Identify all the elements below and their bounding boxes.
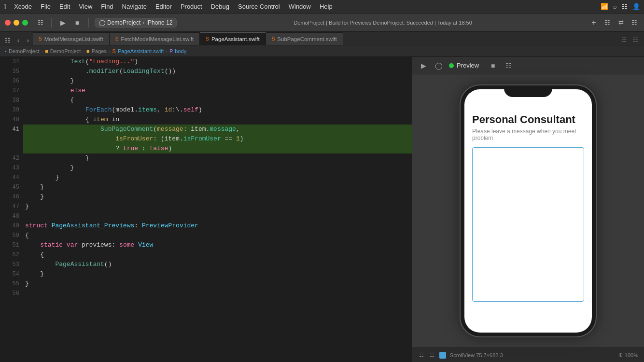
line-num-41b [4,134,19,144]
code-line-41b: isFromUser: (item.isFromUser == 1) [23,134,412,144]
menu-debug[interactable]: Debug [207,2,233,11]
code-line-34: Text("Loading...") [23,57,412,67]
stop-button[interactable]: ■ [72,17,83,28]
main-content: 34 35 36 37 38 39 40 41 42 43 44 45 46 4… [0,57,644,362]
menu-navigate[interactable]: Navigate [118,2,151,11]
menu-editor[interactable]: Editor [152,2,176,11]
swift-file-icon-3: S [206,36,209,42]
preview-pin-icon[interactable]: ☷ [503,60,514,71]
inspector-toggle-icon[interactable]: ☷ [630,18,639,28]
code-line-42: } [23,153,412,163]
tab-label-4: SubPageComment.swift [277,36,336,42]
code-editor[interactable]: 34 35 36 37 38 39 40 41 42 43 44 45 46 4… [0,57,412,362]
code-line-38: { [23,96,412,105]
close-button[interactable] [5,20,11,26]
menu-xcode[interactable]: Xcode [10,2,36,11]
apple-logo-icon:  [4,3,6,11]
code-line-54: } [23,269,412,279]
preview-inspect-icon[interactable]: ◯ [434,60,444,71]
breadcrumb-folder-icon: ▪ [5,48,7,54]
line-num-49: 49 [4,221,19,231]
split-view-icon[interactable]: ⇄ [616,18,626,28]
zoom-in-icon[interactable]: ⊕ [618,352,623,358]
code-line-51: static var previews: some View [23,240,412,250]
iphone-screen: Personal Consultant Please leave a messa… [464,89,592,333]
tab-model-message-list[interactable]: S ModelMessageList.swift [33,32,110,45]
menu-help[interactable]: Help [316,2,336,11]
iphone-mockup: Personal Consultant Please leave a messa… [461,85,596,336]
code-line-44: } [23,173,412,182]
preview-footer: ☷ ☷ ScrollView 75.7×682.3 ⊕ 100% [412,348,644,362]
breadcrumb-symbol[interactable]: body [175,48,186,54]
code-line-43: } [23,163,412,173]
code-line-50: { [23,231,412,240]
footer-sliders-icon[interactable]: ☷ [429,352,435,359]
tab-page-assistant[interactable]: S PageAssistant.swift [200,32,266,45]
breadcrumb-pages[interactable]: Pages [92,48,107,54]
menu-window[interactable]: Window [285,2,315,11]
line-num-35: 35 [4,67,19,76]
breadcrumb-demoproject-root[interactable]: DemoProject [9,48,40,54]
canvas-icon[interactable]: ☷ [630,35,640,45]
code-line-55: } [23,279,412,289]
menu-source-control[interactable]: Source Control [234,2,284,11]
code-line-47: } [23,202,412,211]
grid-icon[interactable]: ☷ [3,35,13,45]
scheme-name: DemoProject [107,19,140,26]
code-line-36: } [23,76,412,86]
breadcrumb-demoproject[interactable]: DemoProject [50,48,81,54]
forward-nav-icon[interactable]: › [23,35,33,45]
menu-edit[interactable]: Edit [56,2,74,11]
line-num-41: 41 [4,125,19,134]
line-num-47: 47 [4,202,19,211]
menu-find[interactable]: Find [97,2,117,11]
code-line-37: else [23,86,412,96]
code-line-40: { item in 3 [23,115,412,125]
line-num-41c [4,144,19,153]
breadcrumb-symbol-icon: P [169,48,173,54]
code-line-46: } [23,192,412,202]
breadcrumb-file-icon: S [112,48,116,54]
tab-sub-page-comment[interactable]: S SubPageComment.swift [266,32,343,45]
footer-scroll-label: ScrollView 75.7×682.3 [450,352,503,358]
tabs-bar: ☷ ‹ › S ModelMessageList.swift S FetchMo… [0,32,644,45]
footer-settings-icon[interactable]: ☷ [418,352,425,359]
sidebar-toggle-icon[interactable]: ☷ [36,18,45,28]
tab-label-3: PageAssistant.swift [211,36,260,42]
scheme-selector[interactable]: ◯ DemoProject › iPhone 12 [95,18,177,28]
minimize-button[interactable] [14,20,19,26]
control-center-icon[interactable]: ☷ [622,3,628,10]
line-num-53: 53 [4,260,19,269]
back-nav-icon[interactable]: ‹ [14,35,23,45]
app-subtitle: Please leave a message when you meet pro… [472,128,584,141]
code-line-35: .modifier(LoadingText()) [23,67,412,76]
wifi-icon: 📶 [601,3,608,10]
line-num-50: 50 [4,231,19,240]
breadcrumb-sep-2: › [83,48,84,54]
breadcrumb-file[interactable]: PageAssistant.swift [118,48,164,54]
line-num-42: 42 [4,153,19,163]
menu-file[interactable]: File [37,2,55,11]
breadcrumb-folder-icon-2: ■ [45,48,48,54]
add-tab-icon[interactable]: + [589,18,599,28]
line-num-51: 51 [4,240,19,250]
menu-bar:  Xcode File Edit View Find Navigate Edi… [0,0,644,14]
toolbar: ☷ ▶ ■ ◯ DemoProject › iPhone 12 DemoProj… [0,14,644,32]
maximize-button[interactable] [22,20,28,26]
menu-product[interactable]: Product [177,2,206,11]
preview-play-icon[interactable]: ▶ [418,60,429,71]
preview-device-icon[interactable]: ■ [488,60,498,71]
code-line-52: { [23,250,412,260]
run-button[interactable]: ▶ [57,17,68,28]
menu-view[interactable]: View [75,2,96,11]
user-icon: 👤 [632,3,640,10]
search-menu-icon[interactable]: ⌕ [613,3,617,10]
layout-icon[interactable]: ☷ [602,18,612,28]
build-status: DemoProject | Build for Previews DemoPro… [181,20,585,26]
editor-options-icon[interactable]: ☷ [619,35,629,45]
line-num-40: 40 [4,115,19,125]
toolbar-separator-2 [88,18,89,28]
tab-fetch-model[interactable]: S FetchModelMessageList.swift [110,32,200,45]
line-num-56: 56 [4,289,19,298]
preview-label: Preview [449,62,479,69]
